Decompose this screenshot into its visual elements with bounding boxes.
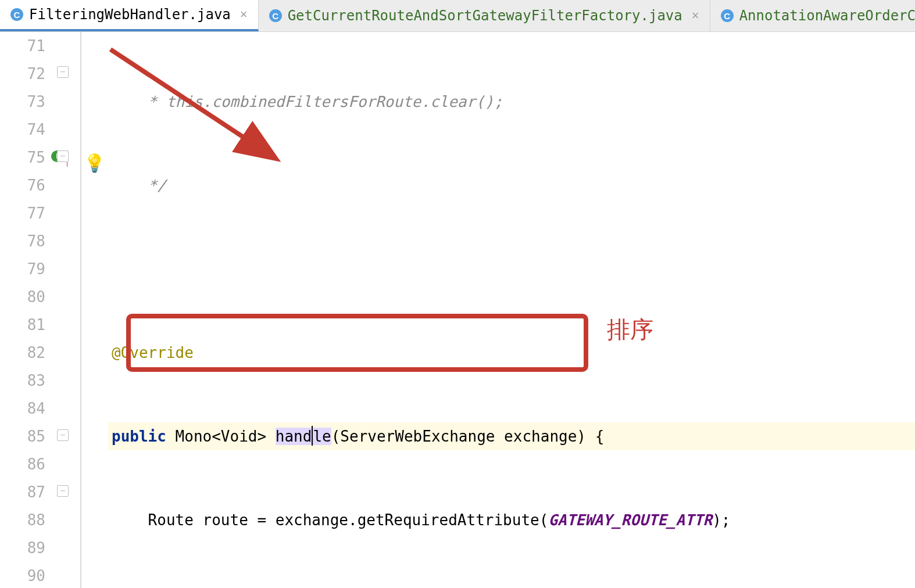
code-line: * this.combinedFiltersForRoute.clear(); (108, 88, 915, 116)
close-icon[interactable]: × (237, 7, 248, 22)
java-class-icon: C (721, 9, 734, 22)
java-class-icon: C (10, 8, 23, 21)
line-number: 71 (0, 32, 45, 60)
tab-get-current-route-factory[interactable]: C GetCurrentRouteAndSortGatewayFilterFac… (259, 0, 710, 31)
code-line: */ (108, 171, 915, 199)
code-line: @Override (108, 339, 915, 367)
line-number: 90 (0, 562, 45, 588)
line-number: 84 (0, 395, 45, 422)
line-number: 76 (0, 171, 45, 199)
fold-minus-icon[interactable]: − (57, 150, 69, 162)
line-number: 82 (0, 339, 45, 367)
intention-bulb-icon[interactable]: 💡 (84, 149, 101, 167)
line-number: 73 (0, 88, 45, 116)
tab-label: GetCurrentRouteAndSortGatewayFilterFacto… (288, 8, 682, 24)
line-number: 75 (0, 144, 45, 171)
line-number: 80 (0, 283, 45, 311)
fold-minus-icon[interactable]: − (57, 485, 69, 497)
line-number: 89 (0, 534, 45, 562)
code-line-current: public Mono<Void> handle(ServerWebExchan… (108, 422, 915, 450)
code-editor[interactable]: 7172737475767778798081828384858687888990… (0, 32, 915, 588)
gutter-marks: I ↑ − − − − (52, 32, 81, 588)
line-number: 87 (0, 478, 45, 506)
line-number: 72 (0, 60, 45, 88)
line-number-gutter: 7172737475767778798081828384858687888990 (0, 32, 52, 588)
java-class-icon: C (269, 9, 282, 22)
tab-label: FilteringWebHandler.java (29, 6, 231, 23)
code-line: Route route = exchange.getRequiredAttrib… (108, 506, 915, 534)
code-line (108, 255, 915, 283)
annotation-chinese-text: 排序 (607, 314, 653, 346)
code-area[interactable]: * this.combinedFiltersForRoute.clear(); … (108, 32, 915, 588)
line-number: 81 (0, 311, 45, 339)
tab-annotation-aware-comparator[interactable]: C AnnotationAwareOrderComparat (710, 0, 915, 31)
editor-tab-bar: C FilteringWebHandler.java × C GetCurren… (0, 0, 915, 32)
line-number: 77 (0, 199, 45, 227)
line-number: 74 (0, 116, 45, 144)
line-number: 79 (0, 255, 45, 283)
line-number: 88 (0, 506, 45, 534)
tab-filtering-web-handler[interactable]: C FilteringWebHandler.java × (0, 0, 259, 31)
tab-label: AnnotationAwareOrderComparat (739, 8, 915, 24)
line-number: 83 (0, 367, 45, 395)
line-number: 86 (0, 450, 45, 478)
text-caret (312, 426, 313, 446)
line-number: 78 (0, 227, 45, 255)
intention-bulb-column: 💡 (81, 32, 108, 588)
fold-minus-icon[interactable]: − (57, 429, 69, 441)
line-number: 85 (0, 422, 45, 450)
fold-minus-icon[interactable]: − (57, 66, 69, 78)
close-icon[interactable]: × (688, 8, 699, 23)
